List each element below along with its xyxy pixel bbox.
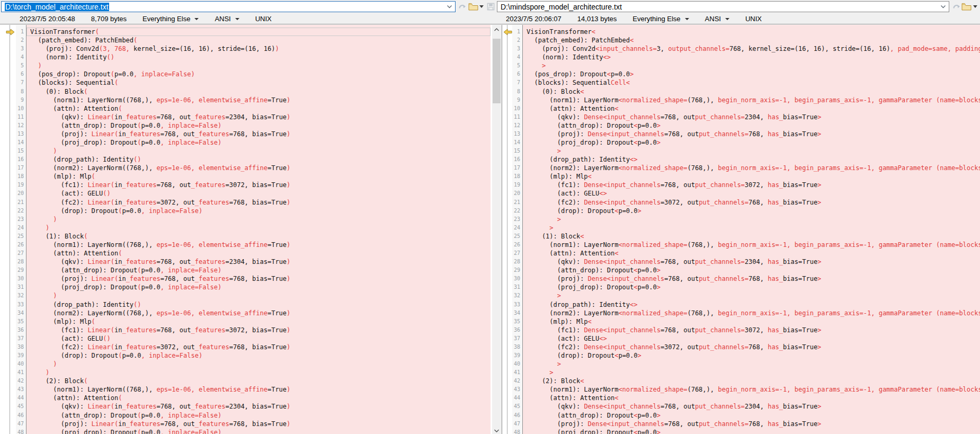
- code-line[interactable]: ): [26, 368, 491, 377]
- code-line[interactable]: (fc2): Linear(in_features=3072, out_feat…: [26, 198, 491, 207]
- code-line[interactable]: >: [523, 224, 980, 232]
- code-line[interactable]: (mlp): Mlp<: [523, 317, 980, 326]
- code-line[interactable]: (drop_path): Identity(): [26, 155, 491, 164]
- code-line[interactable]: (act): GELU(): [26, 189, 491, 198]
- code-line[interactable]: (norm): Identity(): [26, 53, 491, 61]
- code-line[interactable]: (qkv): Dense<input_channels=768, output_…: [523, 113, 980, 121]
- code-line[interactable]: (norm): Identity<>: [523, 53, 980, 61]
- code-line[interactable]: ): [26, 61, 491, 70]
- right-syntax-dropdown[interactable]: Everything Else: [632, 15, 689, 23]
- right-code-area[interactable]: VisionTransformer< (patch_embed): PatchE…: [523, 25, 980, 434]
- left-file-path-combobox[interactable]: D:\torch_model_architecture.txt: [1, 1, 456, 12]
- code-line[interactable]: (drop): Dropout(p=0.0, inplace=False): [26, 207, 491, 215]
- code-line[interactable]: (proj): Dense<input_channels=768, output…: [523, 274, 980, 283]
- code-line[interactable]: (proj_drop): Dropout<p=0.0>: [523, 428, 980, 434]
- code-line[interactable]: (attn): Attention(: [26, 104, 491, 113]
- code-line[interactable]: (attn_drop): Dropout(p=0.0, inplace=Fals…: [26, 411, 491, 420]
- code-line[interactable]: VisionTransformer(: [26, 28, 491, 36]
- code-line[interactable]: (attn_drop): Dropout<p=0.0>: [523, 121, 980, 130]
- right-bookmark-margin[interactable]: [502, 25, 512, 434]
- code-line[interactable]: (attn_drop): Dropout(p=0.0, inplace=Fals…: [26, 266, 491, 274]
- code-line[interactable]: (proj): Dense<input_channels=768, output…: [523, 420, 980, 428]
- code-line[interactable]: ): [26, 291, 491, 300]
- code-line[interactable]: (0): Block<: [523, 87, 980, 96]
- code-line[interactable]: (proj): Linear(in_features=768, out_feat…: [26, 130, 491, 138]
- scrollbar-thumb[interactable]: [493, 39, 501, 103]
- left-code-area[interactable]: VisionTransformer( (patch_embed): PatchE…: [26, 25, 491, 434]
- code-line[interactable]: ): [26, 360, 491, 368]
- code-line[interactable]: (attn): Attention<: [523, 249, 980, 258]
- code-line[interactable]: (fc2): Dense<input_channels=3072, output…: [523, 198, 980, 207]
- code-line[interactable]: (fc1): Dense<input_channels=768, output_…: [523, 181, 980, 189]
- code-line[interactable]: (patch_embed): PatchEmbed(: [26, 36, 491, 45]
- code-line[interactable]: (act): GELU<>: [523, 189, 980, 198]
- code-line[interactable]: (attn_drop): Dropout<p=0.0>: [523, 266, 980, 274]
- left-syntax-dropdown[interactable]: Everything Else: [142, 15, 199, 23]
- code-line[interactable]: (proj_drop): Dropout<p=0.0>: [523, 138, 980, 147]
- code-line[interactable]: (proj): Linear(in_features=768, out_feat…: [26, 274, 491, 283]
- left-encoding-dropdown[interactable]: ANSI: [215, 15, 239, 23]
- code-line[interactable]: (norm1): LayerNorm<normalized_shape=(768…: [523, 385, 980, 394]
- code-line[interactable]: (act): GELU(): [26, 334, 491, 343]
- open-folder-dropdown-caret-icon[interactable]: [478, 2, 485, 12]
- code-line[interactable]: (proj): Linear(in_features=768, out_feat…: [26, 420, 491, 428]
- code-line[interactable]: (blocks): Sequential(: [26, 78, 491, 87]
- code-line[interactable]: (qkv): Linear(in_features=768, out_featu…: [26, 402, 491, 411]
- code-line[interactable]: ): [26, 147, 491, 155]
- code-line[interactable]: (norm2): LayerNorm((768,), eps=1e-06, el…: [26, 164, 491, 172]
- code-line[interactable]: (pos_drop): Dropout<p=0.0>: [523, 70, 980, 78]
- code-line[interactable]: (norm1): LayerNorm((768,), eps=1e-06, el…: [26, 96, 491, 104]
- code-line[interactable]: (proj_drop): Dropout(p=0.0, inplace=Fals…: [26, 138, 491, 147]
- code-line[interactable]: (proj_drop): Dropout(p=0.0, inplace=Fals…: [26, 428, 491, 434]
- code-line[interactable]: (qkv): Linear(in_features=768, out_featu…: [26, 258, 491, 266]
- reload-file-icon[interactable]: [951, 2, 962, 12]
- scroll-down-button[interactable]: [492, 426, 501, 434]
- code-line[interactable]: (1): Block<: [523, 232, 980, 241]
- open-folder-icon[interactable]: [961, 2, 972, 12]
- open-folder-icon[interactable]: [468, 2, 478, 12]
- chevron-down-icon[interactable]: [446, 3, 453, 11]
- code-line[interactable]: (2): Block(: [26, 377, 491, 385]
- code-line[interactable]: (mlp): Mlp(: [26, 317, 491, 326]
- code-line[interactable]: (norm1): LayerNorm<normalized_shape=(768…: [523, 96, 980, 104]
- code-line[interactable]: (fc1): Linear(in_features=768, out_featu…: [26, 181, 491, 189]
- code-line[interactable]: (2): Block<: [523, 377, 980, 385]
- code-line[interactable]: (qkv): Linear(in_features=768, out_featu…: [26, 113, 491, 121]
- code-line[interactable]: (proj): Conv2d<input_channels=3, output_…: [523, 45, 980, 53]
- code-line[interactable]: (patch_embed): PatchEmbed<: [523, 36, 980, 45]
- code-line[interactable]: (drop_path): Identity<>: [523, 300, 980, 309]
- code-line[interactable]: (proj): Dense<input_channels=768, output…: [523, 130, 980, 138]
- code-line[interactable]: (proj_drop): Dropout(p=0.0, inplace=Fals…: [26, 283, 491, 291]
- code-line[interactable]: (attn): Attention(: [26, 394, 491, 402]
- code-line[interactable]: (drop_path): Identity<>: [523, 155, 980, 164]
- code-line[interactable]: (attn): Attention<: [523, 104, 980, 113]
- code-line[interactable]: ): [26, 215, 491, 224]
- code-line[interactable]: (norm2): LayerNorm<normalized_shape=(768…: [523, 309, 980, 317]
- left-bookmark-margin[interactable]: [0, 25, 16, 434]
- open-folder-dropdown-caret-icon[interactable]: [972, 2, 978, 12]
- code-line[interactable]: (fc2): Dense<input_channels=3072, output…: [523, 343, 980, 351]
- code-line[interactable]: (norm1): LayerNorm<normalized_shape=(768…: [523, 241, 980, 249]
- code-line[interactable]: (qkv): Dense<input_channels=768, output_…: [523, 402, 980, 411]
- code-line[interactable]: (attn): Attention<: [523, 394, 980, 402]
- code-line[interactable]: (fc1): Linear(in_features=768, out_featu…: [26, 326, 491, 334]
- code-line[interactable]: (norm2): LayerNorm((768,), eps=1e-06, el…: [26, 309, 491, 317]
- right-encoding-dropdown[interactable]: ANSI: [705, 15, 729, 23]
- code-line[interactable]: >: [523, 147, 980, 155]
- code-line[interactable]: (blocks): SequentialCell<: [523, 78, 980, 87]
- code-line[interactable]: VisionTransformer<: [523, 28, 980, 36]
- code-line[interactable]: >: [523, 291, 980, 300]
- code-line[interactable]: (proj): Conv2d(3, 768, kernel_size=(16, …: [26, 45, 491, 53]
- code-line[interactable]: >: [523, 368, 980, 377]
- chevron-down-icon[interactable]: [939, 3, 947, 11]
- code-line[interactable]: (drop): Dropout<p=0.0>: [523, 207, 980, 215]
- reload-file-icon[interactable]: [457, 2, 468, 12]
- right-file-path-combobox[interactable]: D:\mindspore_model_architecture.txt: [497, 1, 949, 12]
- code-line[interactable]: (attn): Attention(: [26, 249, 491, 258]
- code-line[interactable]: (drop): Dropout(p=0.0, inplace=False): [26, 351, 491, 360]
- save-file-icon[interactable]: [485, 2, 496, 12]
- code-line[interactable]: ): [26, 224, 491, 232]
- code-line[interactable]: (mlp): Mlp(: [26, 172, 491, 181]
- code-line[interactable]: >: [523, 61, 980, 70]
- code-line[interactable]: (fc1): Dense<input_channels=768, output_…: [523, 326, 980, 334]
